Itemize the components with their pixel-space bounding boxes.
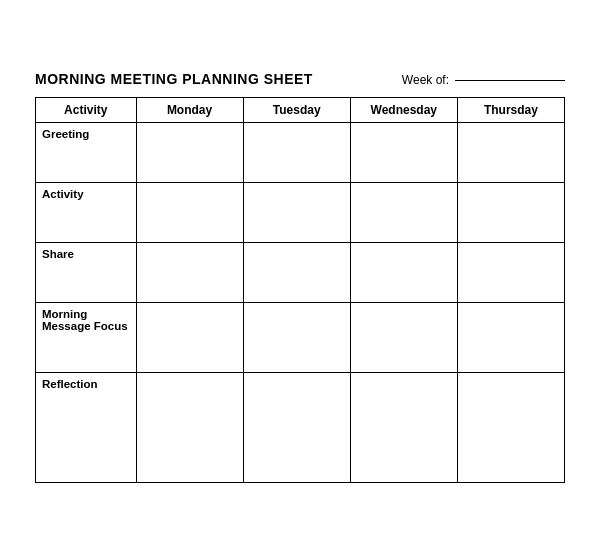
col-header-tuesday: Tuesday	[243, 98, 350, 123]
cell-reflection-monday[interactable]	[136, 373, 243, 483]
row-label-morning-message: Morning Message Focus	[36, 303, 137, 373]
col-header-monday: Monday	[136, 98, 243, 123]
col-header-wednesday: Wednesday	[350, 98, 457, 123]
table-row: Greeting	[36, 123, 565, 183]
cell-activity-wednesday[interactable]	[350, 183, 457, 243]
cell-morning-monday[interactable]	[136, 303, 243, 373]
planning-table: Activity Monday Tuesday Wednesday Thursd…	[35, 97, 565, 483]
cell-greeting-monday[interactable]	[136, 123, 243, 183]
row-label-share: Share	[36, 243, 137, 303]
cell-morning-thursday[interactable]	[457, 303, 564, 373]
cell-share-thursday[interactable]	[457, 243, 564, 303]
cell-activity-thursday[interactable]	[457, 183, 564, 243]
row-label-greeting: Greeting	[36, 123, 137, 183]
col-header-thursday: Thursday	[457, 98, 564, 123]
header: MORNING MEETING PLANNING SHEET Week of:	[35, 71, 565, 87]
row-label-reflection: Reflection	[36, 373, 137, 483]
cell-activity-tuesday[interactable]	[243, 183, 350, 243]
week-of-line	[455, 80, 565, 81]
cell-morning-wednesday[interactable]	[350, 303, 457, 373]
table-row: Morning Message Focus	[36, 303, 565, 373]
table-header-row: Activity Monday Tuesday Wednesday Thursd…	[36, 98, 565, 123]
cell-reflection-tuesday[interactable]	[243, 373, 350, 483]
row-label-activity: Activity	[36, 183, 137, 243]
cell-greeting-wednesday[interactable]	[350, 123, 457, 183]
cell-share-monday[interactable]	[136, 243, 243, 303]
table-row: Share	[36, 243, 565, 303]
cell-morning-tuesday[interactable]	[243, 303, 350, 373]
col-header-activity: Activity	[36, 98, 137, 123]
table-row: Reflection	[36, 373, 565, 483]
page-title: MORNING MEETING PLANNING SHEET	[35, 71, 313, 87]
cell-greeting-tuesday[interactable]	[243, 123, 350, 183]
page: MORNING MEETING PLANNING SHEET Week of: …	[15, 47, 585, 503]
week-of-container: Week of:	[402, 73, 565, 87]
cell-share-wednesday[interactable]	[350, 243, 457, 303]
cell-greeting-thursday[interactable]	[457, 123, 564, 183]
cell-activity-monday[interactable]	[136, 183, 243, 243]
cell-reflection-thursday[interactable]	[457, 373, 564, 483]
week-of-label: Week of:	[402, 73, 449, 87]
cell-reflection-wednesday[interactable]	[350, 373, 457, 483]
cell-share-tuesday[interactable]	[243, 243, 350, 303]
table-row: Activity	[36, 183, 565, 243]
